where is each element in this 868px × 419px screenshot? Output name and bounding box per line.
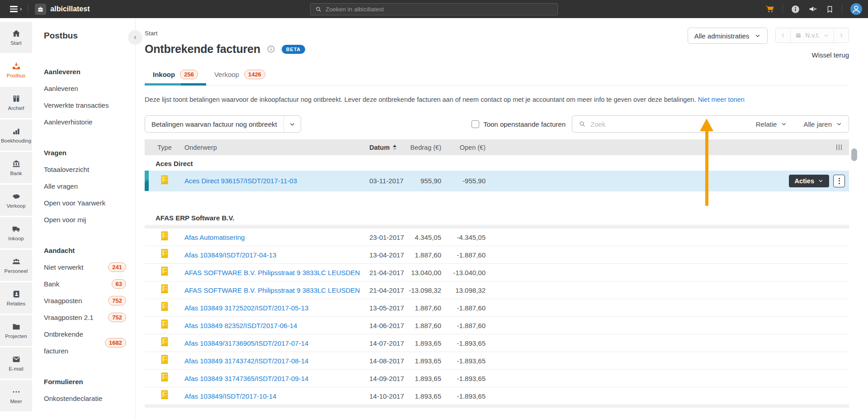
rail-item-meer[interactable]: Meer (0, 380, 32, 411)
column-header-2[interactable]: Datum (369, 144, 407, 151)
invoice-link[interactable]: Afas 103849 31747365/ISDT/2017-09-14 (184, 375, 369, 382)
table-row[interactable]: Afas 103849 82352/ISDT/2017-06-1414-06-2… (145, 317, 849, 334)
invoice-link[interactable]: Afas Automatisering (184, 233, 369, 241)
switch-back-link[interactable]: Wissel terug (811, 51, 849, 59)
open-invoices-checkbox-group[interactable]: Toon openstaande facturen (472, 120, 566, 128)
administration-filter-button[interactable]: Alle administraties (688, 28, 768, 44)
rail-item-archief[interactable]: Archief (0, 87, 32, 118)
invoice-link[interactable]: Afas 103849 31725202/ISDT/2017-05-13 (184, 304, 369, 312)
global-search-input[interactable] (326, 6, 553, 13)
invoice-link[interactable]: AFAS SOFTWARE B.V. Philipsstraat 9 3833L… (184, 286, 369, 294)
table-row[interactable]: Afas 103849/31736905/ISDT/2017-07-1414-0… (145, 334, 849, 352)
rail-item-projecten[interactable]: Projecten (0, 315, 32, 346)
row-open-amount: -1.887,60 (441, 251, 486, 259)
inbox-icon (12, 62, 21, 71)
column-settings-icon[interactable] (836, 144, 842, 150)
sidebar-item-totaaloverzicht[interactable]: Totaaloverzicht (44, 161, 126, 178)
column-header-3[interactable]: Bedrag (€) (407, 144, 441, 151)
invoice-link[interactable]: Afas 103849 82352/ISDT/2017-06-14 (184, 322, 369, 329)
table-row[interactable]: AFAS SOFTWARE B.V. Philipsstraat 9 3833L… (145, 264, 849, 281)
table-row[interactable]: Afas 103849/ISDT/2017-10-1414-10-20171.8… (145, 387, 849, 405)
rail-item-start[interactable]: Start (0, 22, 32, 53)
invoice-link[interactable]: Afas 103849 31743742/ISDT/2017-08-14 (184, 357, 369, 365)
rail-item-relaties[interactable]: Relaties (0, 282, 32, 314)
sidebar-item-bank[interactable]: Bank63 (44, 276, 126, 292)
sidebar-collapse-button[interactable]: ‹ (128, 30, 142, 44)
rail-item-label: Projecten (5, 333, 27, 339)
invoice-link[interactable]: AFAS SOFTWARE B.V. Philipsstraat 9 3833L… (184, 269, 369, 276)
column-header-4[interactable]: Open (€) (441, 144, 486, 151)
sidebar-item-label: Ontbrekende facturen (44, 326, 105, 359)
invoice-link[interactable]: Afas 103849/ISDT/2017-04-13 (184, 251, 369, 259)
table-row[interactable]: Afas 103849 31743742/ISDT/2017-08-1414-0… (145, 352, 849, 370)
payment-type-filter[interactable]: Betalingen waarvan factuur nog ontbreekt (145, 115, 301, 133)
table-row[interactable]: Afas Automatisering23-01-20174.345,05-4.… (145, 229, 849, 246)
row-date: 23-01-2017 (369, 233, 407, 241)
tab-label: Verkoop (214, 71, 239, 78)
actions-button[interactable]: Acties (789, 175, 829, 187)
sidebar-item-ontbrekende-facturen[interactable]: Ontbrekende facturen1682 (44, 326, 126, 359)
rail-item-e-mail[interactable]: E-mail (0, 348, 32, 379)
avatar-icon[interactable] (850, 3, 863, 15)
scrollbar-thumb[interactable] (851, 148, 857, 161)
sidebar-item-niet-verwerkt[interactable]: Niet verwerkt241 (44, 259, 126, 276)
info-icon[interactable] (267, 45, 275, 53)
invoice-link[interactable]: Afas 103849/ISDT/2017-10-14 (184, 392, 369, 400)
rail-item-verkoop[interactable]: Verkoop (0, 185, 32, 216)
tab-inkoop[interactable]: Inkoop 256 (145, 66, 206, 85)
rail-item-boekhouding[interactable]: Boekhouding (0, 119, 32, 151)
row-open-amount: -13.040,00 (441, 269, 486, 276)
open-invoices-checkbox[interactable] (472, 120, 479, 128)
relation-filter[interactable]: Relatie (756, 120, 788, 128)
sidebar-item-open-voor-mij[interactable]: Open voor mij (44, 211, 126, 228)
cart-icon[interactable] (765, 4, 775, 14)
sidebar-item-aanleveren[interactable]: Aanleveren (44, 80, 126, 97)
bookmark-icon[interactable] (826, 5, 834, 14)
rail-item-bank[interactable]: Bank (0, 152, 32, 183)
group-divider (145, 225, 849, 229)
sidebar-item-vraagposten-2-1[interactable]: Vraagposten 2.1752 (44, 309, 126, 326)
row-amount: 1.887,60 (407, 304, 441, 312)
global-search[interactable] (310, 3, 558, 15)
table-row[interactable]: AFAS SOFTWARE B.V. Philipsstraat 9 3833L… (145, 281, 849, 299)
tab-bar: Inkoop 256 Verkoop 1426 (145, 66, 849, 86)
dismiss-notice-link[interactable]: Niet meer tonen (698, 96, 745, 103)
row-date: 13-05-2017 (369, 304, 407, 312)
table-row[interactable]: Afas 103849 31725202/ISDT/2017-05-1313-0… (145, 299, 849, 317)
sidebar-item-verwerkte-transacties[interactable]: Verwerkte transacties (44, 97, 126, 114)
workspace-switcher[interactable]: albicillatest (35, 4, 90, 15)
invoice-link[interactable]: Aces Direct 936157/ISDT/2017-11-03 (184, 177, 369, 185)
next-period-button[interactable] (834, 28, 849, 43)
sidebar-item-label: Vraagposten 2.1 (44, 309, 94, 326)
rail-item-label: Personeel (5, 268, 28, 274)
table-row[interactable]: Afas 103849/ISDT/2017-04-1313-04-20171.8… (145, 246, 849, 264)
megaphone-icon[interactable] (808, 4, 818, 14)
info-icon[interactable] (791, 5, 800, 14)
column-header-0[interactable]: Type (157, 144, 171, 151)
sidebar-item-vraagposten[interactable]: Vraagposten752 (44, 292, 126, 309)
sidebar-item-alle-vragen[interactable]: Alle vragen (44, 178, 126, 195)
table-row[interactable]: Afas 103849 31747365/ISDT/2017-09-1414-0… (145, 370, 849, 387)
tab-verkoop[interactable]: Verkoop 1426 (206, 66, 274, 85)
table-search-input[interactable] (590, 120, 751, 128)
row-open-amount: -1.893,65 (441, 357, 486, 365)
sidebar-item-label: Bank (44, 276, 59, 292)
menu-toggle-button[interactable]: › (10, 6, 22, 12)
year-filter[interactable]: Alle jaren (803, 120, 842, 128)
row-date: 21-04-2017 (369, 286, 407, 294)
sidebar-item-onkostendeclaratie[interactable]: Onkostendeclaratie (44, 390, 126, 407)
period-select-button[interactable]: N.v.t. (790, 28, 834, 43)
rail-item-inkoop[interactable]: Inkoop (0, 217, 32, 248)
rail-item-postbus[interactable]: Postbus (0, 54, 32, 86)
sidebar-item-aanleverhistorie[interactable]: Aanleverhistorie (44, 114, 126, 130)
row-amount: 4.345,05 (407, 233, 441, 241)
row-menu-button[interactable] (833, 175, 845, 187)
previous-period-button[interactable] (776, 28, 790, 43)
invoice-icon (160, 319, 169, 332)
table-row[interactable]: Aces Direct 936157/ISDT/2017-11-0303-11-… (145, 171, 849, 191)
sidebar-item-open-voor-yaarwerk[interactable]: Open voor Yaarwerk (44, 195, 126, 211)
rail-item-personeel[interactable]: Personeel (0, 250, 32, 281)
invoice-link[interactable]: Afas 103849/31736905/ISDT/2017-07-14 (184, 339, 369, 347)
table-search[interactable]: Relatie Alle jaren (572, 115, 849, 133)
column-header-1[interactable]: Onderwerp (184, 144, 369, 151)
